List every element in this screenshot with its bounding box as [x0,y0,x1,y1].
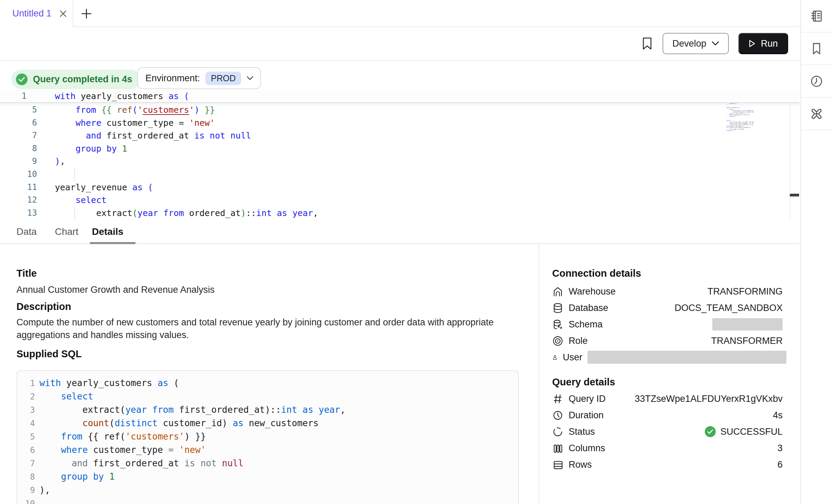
detail-row-query-id: Query ID33TZseWpe1ALFDUYerxR1gVKxbv [552,392,783,406]
clock-icon [552,410,563,421]
environment-badge: PROD [205,72,241,85]
detail-value: 4s [773,410,783,421]
detail-row-rows: Rows6 [552,458,783,471]
detail-row-columns: Columns3 [552,441,783,455]
user-icon [552,352,558,363]
detail-value: 3 [777,443,783,454]
tab-bar: Untitled 1 [0,0,800,27]
code-line: 8 group by 1 [17,470,518,483]
develop-label: Develop [672,38,706,49]
tab-untitled-1[interactable]: Untitled 1 [0,0,73,27]
redacted-value [712,318,783,331]
redacted-value [587,351,786,364]
code-line: 8 group by 1 [0,142,754,155]
new-tab-button[interactable] [80,7,93,21]
hash-icon [552,393,563,405]
sticky-line: 1with yearly_customers as ( [0,90,800,103]
detail-label: Warehouse [569,286,616,297]
run-label: Run [761,38,778,49]
detail-label: Rows [569,459,592,470]
success-check-icon [704,426,716,437]
schema-icon [552,319,563,330]
detail-row-role: RoleTRANSFORMER [552,334,783,348]
run-button[interactable]: Run [738,33,788,54]
chevron-down-icon [712,41,719,46]
tab-label: Untitled 1 [12,8,51,19]
sql-editor[interactable]: 1with yearly_customers as ( 5 from {{ re… [0,90,800,219]
code-line: 1with yearly_customers as ( [17,376,518,390]
query-details-heading: Query details [552,376,615,388]
details-divider [538,244,539,504]
detail-row-schema: Schema [552,317,783,331]
code-line: 4 count(distinct customer_id) as new_cus… [17,417,518,430]
right-sidebar [800,0,832,504]
detail-row-duration: Duration4s [552,408,783,422]
indent-guide [74,168,75,181]
code-line: 7 and first_ordered_at is not null [0,129,754,142]
detail-label: Status [569,427,595,437]
code-line: 9), [0,155,754,168]
supplied-sql-box: 1with yearly_customers as (2 select3 ext… [16,370,519,504]
code-line: 10 [17,497,518,504]
warehouse-icon [552,286,563,297]
query-status-text: Query completed in 4s [33,74,132,85]
code-line: 7 and first_ordered_at is not null [17,457,518,470]
code-line: 10 [0,168,754,181]
connection-details-heading: Connection details [552,268,641,279]
code-line: 9), [17,483,518,497]
code-line: 12 select [0,194,754,207]
detail-label: Role [569,336,588,346]
bookmark-icon[interactable] [641,36,653,51]
tab-chart[interactable]: Chart [55,219,78,244]
detail-label: Columns [569,443,605,454]
detail-value: 33TZseWpe1ALFDUYerxR1gVKxbv [635,394,783,404]
tab-details[interactable]: Details [92,219,123,244]
detail-row-database: DatabaseDOCS_TEAM_SANDBOX [552,301,783,315]
clock-icon[interactable] [801,65,832,98]
indent-guide [74,207,75,219]
rows-icon [552,459,563,470]
title-heading: Title [16,268,37,279]
code-line: 5 from {{ ref('customers') }} [17,430,518,443]
tab-data[interactable]: Data [16,219,37,244]
close-icon[interactable] [58,9,68,19]
code-line: 11yearly_revenue as ( [0,181,754,194]
code-line: order by 1 [709,130,754,131]
code-line: 6 where customer_type = 'new' [17,443,518,457]
code-line: 13 extract(year from ordered_at)::int as… [0,207,754,219]
environment-selector[interactable]: Environment: PROD [137,67,261,89]
bookmark-icon[interactable] [801,33,832,65]
loader-icon [552,426,563,437]
develop-dropdown[interactable]: Develop [663,33,729,54]
results-tab-bar: Data Chart Details [0,219,800,244]
description-heading: Description [16,301,71,312]
detail-value: DOCS_TEAM_SANDBOX [675,303,783,313]
dbt-logo-icon[interactable] [801,98,832,130]
code-line: 3 extract(year from first_ordered_at)::i… [17,403,518,417]
editor-scrollbar-thumb[interactable] [790,194,799,196]
detail-label: Duration [569,410,604,421]
editor-scrollbar-track [789,90,790,219]
query-status-pill: Query completed in 4s [11,70,141,89]
chevron-down-icon [247,76,253,81]
detail-value: 6 [777,459,783,470]
notebook-icon[interactable] [801,0,832,33]
detail-value: SUCCESSFUL [704,426,783,437]
editor-lines: 5 from {{ ref('customers') }}6 where cus… [0,104,754,219]
detail-label: Database [569,303,608,313]
description-text: Compute the number of new customers and … [16,316,515,341]
columns-icon [552,443,563,454]
detail-row-user: User [552,350,786,364]
code-line: 6 where customer_type = 'new' [0,117,754,130]
detail-row-status: StatusSUCCESSFUL [552,425,783,439]
environment-label: Environment: [145,73,200,84]
detail-label: Schema [569,319,603,330]
code-line: 2 select [17,390,518,403]
detail-value: TRANSFORMING [708,286,783,297]
check-circle-icon [15,73,28,86]
code-line: 5 from {{ ref('customers') }} [0,104,754,117]
role-icon [552,335,563,347]
detail-label: Query ID [569,394,606,404]
detail-label: User [563,352,582,363]
title-text: Annual Customer Growth and Revenue Analy… [16,284,215,296]
